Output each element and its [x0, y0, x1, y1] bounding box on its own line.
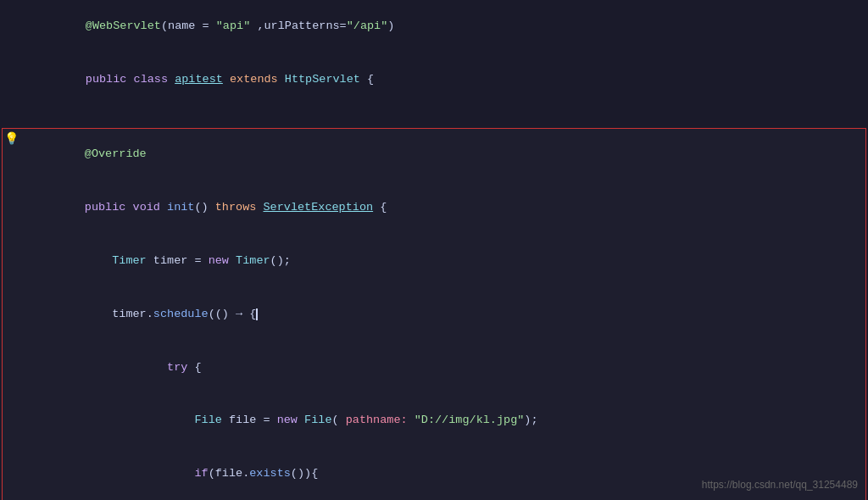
lightbulb-icon: 💡: [4, 131, 19, 149]
code-section-top: @WebServlet(name = "api" ,urlPatterns="/…: [0, 0, 868, 125]
line-class-decl: public class apitest extends HttpServlet…: [0, 53, 868, 107]
line-empty-1: [0, 107, 868, 125]
line-try: try {: [3, 342, 865, 395]
line-annotation: @WebServlet(name = "api" ,urlPatterns="/…: [0, 0, 868, 53]
watermark-url: https://blog.csdn.net/qq_31254489: [702, 477, 858, 493]
line-override: @Override 💡: [3, 129, 865, 182]
text-cursor: [256, 308, 258, 320]
highlighted-code-block: @Override 💡 public void init() throws Se…: [2, 128, 866, 500]
code-editor: @WebServlet(name = "api" ,urlPatterns="/…: [0, 0, 868, 500]
line-timer-decl: Timer timer = new Timer();: [3, 235, 865, 288]
line-init-decl: public void init() throws ServletExcepti…: [3, 181, 865, 235]
line-file-decl: File file = new File( pathname: "D://img…: [3, 394, 865, 447]
line-timer-schedule: timer.schedule(() → {: [3, 288, 865, 342]
